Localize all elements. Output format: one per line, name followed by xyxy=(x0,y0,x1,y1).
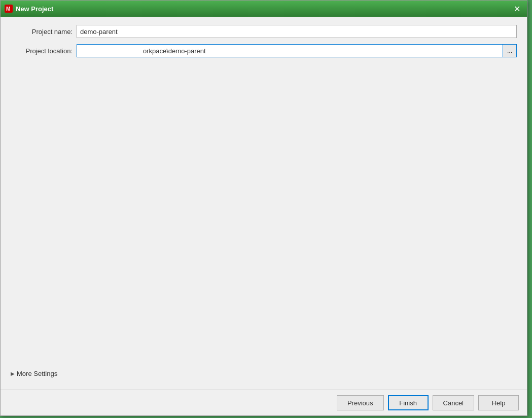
more-settings-toggle[interactable]: ▶ More Settings xyxy=(11,366,517,381)
project-location-label: Project location: xyxy=(11,47,77,55)
finish-button[interactable]: Finish xyxy=(388,395,429,410)
title-bar: M New Project ✕ xyxy=(1,1,527,17)
cancel-button[interactable]: Cancel xyxy=(433,395,474,410)
browse-button[interactable]: ... xyxy=(503,44,517,57)
location-blurred xyxy=(77,47,104,55)
project-location-input[interactable] xyxy=(77,44,503,57)
more-settings-label: More Settings xyxy=(17,370,57,377)
svg-text:M: M xyxy=(6,6,10,12)
dialog-body: Project name: Project location: ... ▶ Mo… xyxy=(1,17,527,390)
close-button[interactable]: ✕ xyxy=(511,3,523,15)
app-icon: M xyxy=(5,5,13,13)
more-settings-arrow-icon: ▶ xyxy=(11,371,15,376)
project-name-label: Project name: xyxy=(11,28,77,36)
dialog-footer: Previous Finish Cancel Help xyxy=(1,390,527,415)
content-spacer xyxy=(11,63,517,366)
project-name-row: Project name: xyxy=(11,25,517,38)
new-project-dialog: M New Project ✕ Project name: Project lo… xyxy=(0,0,527,416)
previous-button[interactable]: Previous xyxy=(337,395,384,410)
help-button[interactable]: Help xyxy=(478,395,519,410)
dialog-title: New Project xyxy=(16,5,511,13)
project-name-input[interactable] xyxy=(77,25,517,38)
project-location-row: Project location: ... xyxy=(11,44,517,57)
